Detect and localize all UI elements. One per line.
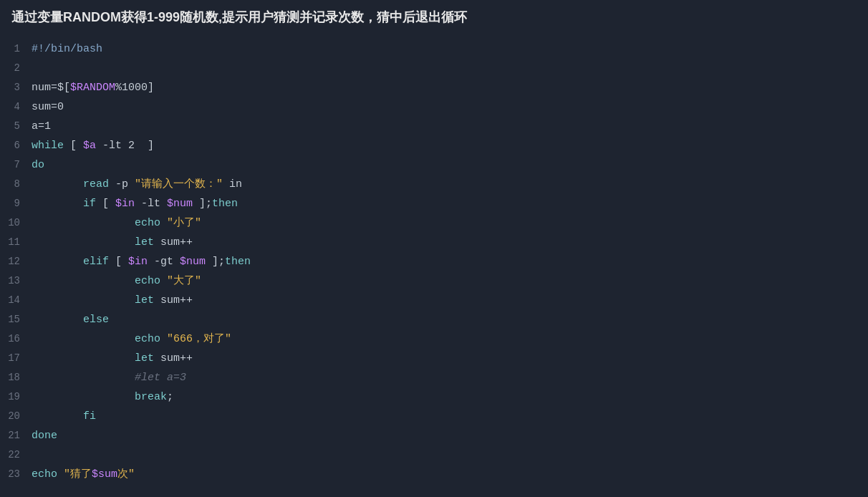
line-number: 14 (0, 291, 32, 310)
code-line: 11 let sum++ (0, 233, 868, 252)
page-title: 通过变量RANDOM获得1-999随机数,提示用户猜测并记录次数，猜中后退出循环 (11, 10, 467, 24)
line-content: elif [ $in -gt $num ];then (32, 252, 251, 271)
code-line: 13 echo "大了" (0, 271, 868, 291)
line-content: else (32, 310, 109, 329)
code-line: 21done (0, 426, 868, 445)
title-bar: 通过变量RANDOM获得1-999随机数,提示用户猜测并记录次数，猜中后退出循环 (0, 0, 868, 34)
line-number: 13 (0, 271, 32, 291)
code-line: 1#!/bin/bash (0, 39, 868, 59)
code-line: 7do (0, 155, 868, 175)
code-line: 20 fi (0, 407, 868, 426)
line-number: 18 (0, 368, 32, 387)
line-content: sum=0 (32, 97, 64, 117)
line-content: fi (32, 407, 96, 426)
line-content: #let a=3 (32, 368, 186, 387)
line-number: 5 (0, 117, 32, 136)
line-content: echo "猜了$sum次" (32, 465, 135, 484)
line-number: 4 (0, 97, 32, 117)
line-content: break; (32, 387, 173, 407)
line-number: 6 (0, 136, 32, 155)
code-line: 10 echo "小了" (0, 213, 868, 233)
line-number: 1 (0, 39, 32, 59)
code-line: 4sum=0 (0, 97, 868, 117)
line-content: do (32, 155, 44, 175)
line-number: 16 (0, 329, 32, 349)
line-number: 23 (0, 465, 32, 484)
code-line: 12 elif [ $in -gt $num ];then (0, 252, 868, 271)
code-line: 23echo "猜了$sum次" (0, 465, 868, 484)
code-line: 19 break; (0, 387, 868, 407)
line-content: echo "大了" (32, 271, 201, 291)
code-line: 16 echo "666，对了" (0, 329, 868, 349)
code-line: 9 if [ $in -lt $num ];then (0, 194, 868, 213)
line-number: 7 (0, 155, 32, 175)
code-line: 17 let sum++ (0, 349, 868, 368)
line-content: #!/bin/bash (32, 39, 102, 59)
line-number: 22 (0, 445, 32, 465)
code-line: 18 #let a=3 (0, 368, 868, 387)
line-number: 15 (0, 310, 32, 329)
line-number: 10 (0, 213, 32, 233)
line-number: 8 (0, 175, 32, 194)
line-number: 12 (0, 252, 32, 271)
line-number: 19 (0, 387, 32, 407)
line-number: 20 (0, 407, 32, 426)
code-line: 3num=$[$RANDOM%1000] (0, 78, 868, 97)
line-content: done (32, 426, 57, 445)
line-content: a=1 (32, 117, 51, 136)
line-number: 9 (0, 194, 32, 213)
code-line: 15 else (0, 310, 868, 329)
line-content: if [ $in -lt $num ];then (32, 194, 238, 213)
code-line: 22 (0, 445, 868, 465)
code-line: 8 read -p "请输入一个数：" in (0, 175, 868, 194)
line-content: let sum++ (32, 233, 193, 252)
code-line: 2 (0, 59, 868, 78)
line-content: while [ $a -lt 2 ] (32, 136, 154, 155)
line-content: echo "666，对了" (32, 329, 231, 349)
line-number: 3 (0, 78, 32, 97)
code-line: 5a=1 (0, 117, 868, 136)
line-number: 17 (0, 349, 32, 368)
line-content: num=$[$RANDOM%1000] (32, 78, 154, 97)
code-area: 1#!/bin/bash23num=$[$RANDOM%1000]4sum=05… (0, 34, 868, 490)
line-content: let sum++ (32, 291, 193, 310)
line-content: read -p "请输入一个数：" in (32, 175, 242, 194)
line-number: 2 (0, 59, 32, 78)
line-number: 11 (0, 233, 32, 252)
line-content: let sum++ (32, 349, 193, 368)
line-number: 21 (0, 426, 32, 445)
line-content: echo "小了" (32, 213, 201, 233)
code-line: 6while [ $a -lt 2 ] (0, 136, 868, 155)
code-line: 14 let sum++ (0, 291, 868, 310)
